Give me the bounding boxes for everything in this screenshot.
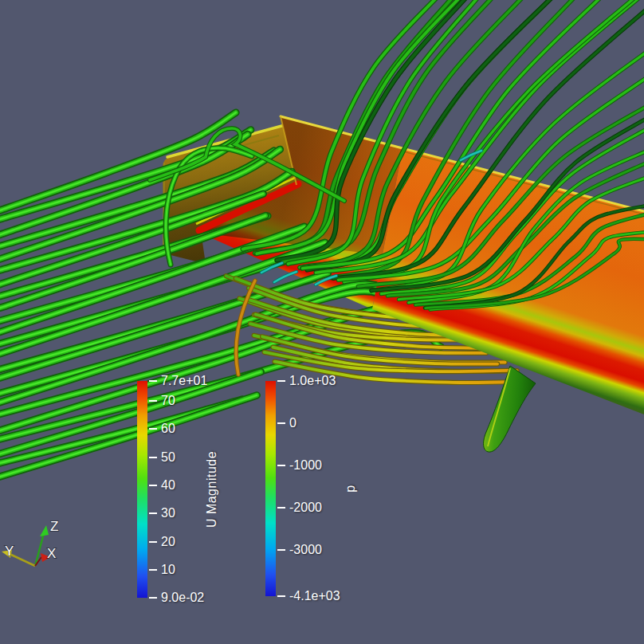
tick-1-dash [149, 428, 157, 430]
strut-blade [484, 366, 536, 452]
orientation-axes-widget: Z Y X [0, 506, 96, 610]
tick-0-label: 0 [289, 417, 296, 430]
colorbar-gradient-p [265, 381, 276, 596]
tick-4-dash [149, 512, 157, 514]
tick-min-dash [277, 595, 285, 597]
tick-3-label: -3000 [289, 544, 322, 556]
tick-max-dash [277, 380, 285, 382]
wing-strut [484, 366, 536, 452]
z-axis-arrowhead [40, 525, 49, 536]
tick-1-label: 60 [161, 422, 175, 435]
y-axis: Y [2, 544, 35, 566]
tick-2-label: -2000 [289, 501, 322, 514]
tick-4-label: 30 [161, 507, 175, 520]
render-viewport[interactable]: 7.7e+01706050403020109.0e-02 U Magnitude… [0, 0, 644, 644]
tick-0-dash [149, 400, 157, 402]
colorbar-title-p: p [344, 485, 357, 492]
tick-min-label: -4.1e+03 [289, 590, 340, 603]
z-axis-label: Z [50, 519, 58, 534]
tick-max-dash [149, 380, 157, 382]
tick-2-label: 50 [161, 451, 175, 464]
tick-max-label: 1.0e+03 [289, 375, 336, 387]
tick-min-label: 9.0e-02 [161, 591, 204, 604]
tick-0-label: 70 [161, 395, 175, 407]
tick-1-label: -1000 [289, 459, 322, 472]
colorbar-p[interactable]: 1.0e+030-1000-2000-3000-4.1e+03 p [265, 381, 433, 596]
tick-5-label: 20 [161, 536, 175, 548]
tick-0-dash [277, 422, 285, 424]
y-axis-label: Y [5, 544, 14, 559]
streamline [274, 272, 296, 282]
tick-min-dash [149, 597, 157, 599]
tick-5-dash [149, 541, 157, 543]
tick-max-label: 7.7e+01 [161, 375, 207, 387]
tick-1-dash [277, 465, 285, 466]
tick-3-dash [149, 485, 157, 486]
x-axis-label: X [47, 546, 56, 561]
colorbar-title-u: U Magnitude [206, 451, 218, 528]
tick-2-dash [149, 457, 157, 458]
tick-3-label: 40 [161, 479, 175, 492]
tick-6-dash [149, 569, 157, 571]
tick-3-dash [277, 549, 285, 551]
colorbar-gradient-u [137, 381, 147, 598]
tick-6-label: 10 [161, 564, 175, 576]
tick-2-dash [277, 507, 285, 509]
